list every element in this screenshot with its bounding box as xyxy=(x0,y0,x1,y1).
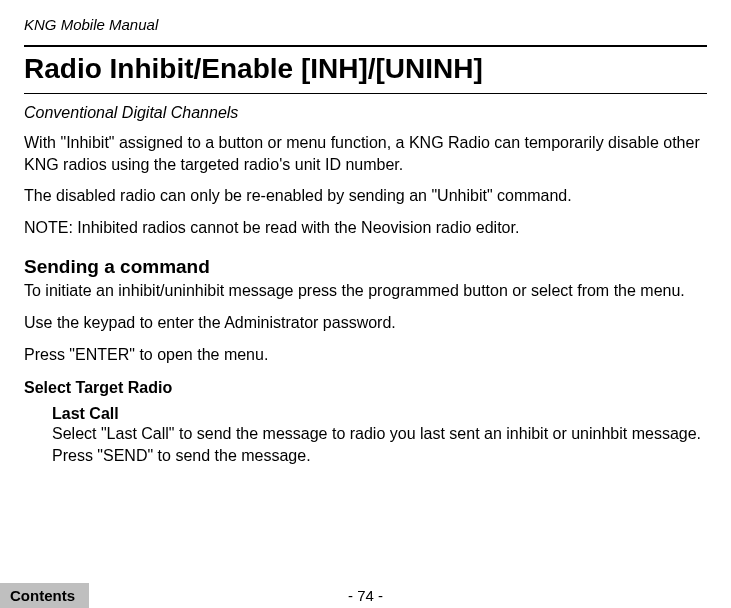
intro-paragraph-1: With "Inhibit" assigned to a button or m… xyxy=(24,132,707,175)
page-number: - 74 - xyxy=(0,587,731,604)
intro-paragraph-2: The disabled radio can only be re-enable… xyxy=(24,185,707,207)
last-call-text: Select "Last Call" to send the message t… xyxy=(52,423,707,466)
last-call-block: Last Call Select "Last Call" to send the… xyxy=(24,405,707,466)
last-call-heading: Last Call xyxy=(52,405,707,423)
select-target-heading: Select Target Radio xyxy=(24,379,707,397)
sending-command-para-1: To initiate an inhibit/uninhibit message… xyxy=(24,280,707,302)
manual-header: KNG Mobile Manual xyxy=(24,16,707,33)
intro-note: NOTE: Inhibited radios cannot be read wi… xyxy=(24,217,707,239)
channel-subtitle: Conventional Digital Channels xyxy=(24,104,707,122)
contents-button[interactable]: Contents xyxy=(0,583,89,608)
page-title: Radio Inhibit/Enable [INH]/[UNINH] xyxy=(24,45,707,94)
sending-command-para-2: Use the keypad to enter the Administrato… xyxy=(24,312,707,334)
sending-command-heading: Sending a command xyxy=(24,256,707,278)
sending-command-para-3: Press "ENTER" to open the menu. xyxy=(24,344,707,366)
